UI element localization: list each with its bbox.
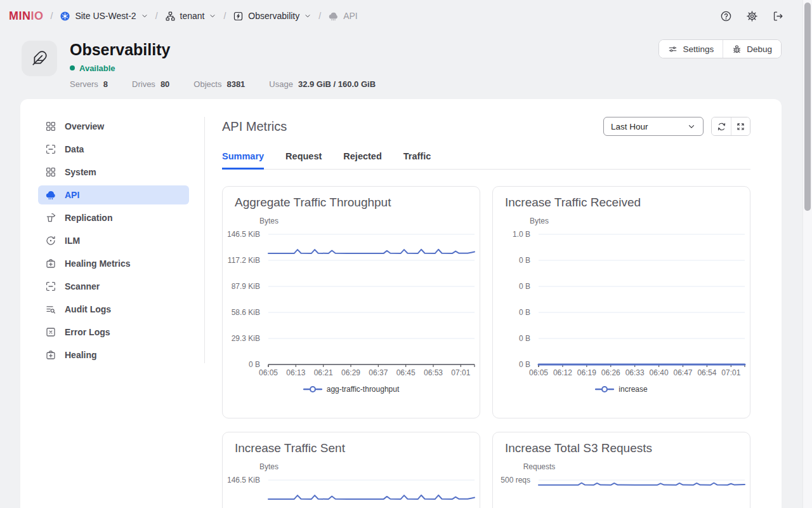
y-axis-unit-label: Bytes xyxy=(259,462,278,471)
grid-icon xyxy=(45,166,56,178)
sidebar-item-audit-logs[interactable]: Audit Logs xyxy=(38,300,189,319)
sidebar-item-healing[interactable]: Healing xyxy=(38,345,189,364)
sidebar-nav: OverviewDataSystemAPIReplicationILMHeali… xyxy=(20,99,204,508)
sidebar-item-api[interactable]: API xyxy=(38,185,189,204)
x-tick-label: 07:01 xyxy=(451,368,470,377)
chart-legend[interactable]: agg-traffic-throughput xyxy=(223,385,480,394)
series-line-increase-s3-requests xyxy=(539,483,745,485)
breadcrumb: /Site US-West-2/tenant/Observability/API xyxy=(44,11,358,22)
chart-card: Increase Traffic SentBytes146.5 KiB xyxy=(222,432,480,508)
legend-label: agg-traffic-throughput xyxy=(327,385,400,394)
y-tick-label: 0 B xyxy=(519,360,530,369)
chart-plot: Requests500 reqs xyxy=(498,457,747,508)
y-tick-label: 58.6 KiB xyxy=(232,308,260,317)
sidebar-item-scanner[interactable]: Scanner xyxy=(38,277,189,296)
chart-title: Increase Total S3 Requests xyxy=(505,441,750,455)
stat-label: Servers xyxy=(70,79,98,89)
sidebar-item-label: Error Logs xyxy=(65,327,110,337)
tab-summary[interactable]: Summary xyxy=(222,151,264,170)
sidebar-item-error-logs[interactable]: Error Logs xyxy=(38,323,189,342)
y-axis-unit-label: Requests xyxy=(523,462,556,471)
breadcrumb-label: API xyxy=(343,11,358,21)
cloud-icon xyxy=(45,189,56,201)
x-tick-label: 06:05 xyxy=(529,368,548,377)
page-scrollbar xyxy=(802,0,812,508)
y-tick-label: 0 B xyxy=(249,360,260,369)
cluster-stats: Servers8Drives80Objects8381Usage32.9 GiB… xyxy=(70,79,376,89)
observability-icon xyxy=(233,11,244,22)
legend-marker-icon xyxy=(303,385,322,393)
x-tick-label: 06:29 xyxy=(341,368,360,377)
tab-rejected[interactable]: Rejected xyxy=(343,151,381,170)
stat-usage: Usage32.9 GiB / 160.0 GiB xyxy=(269,79,376,89)
breadcrumb-item-site-us-west-2[interactable]: Site US-West-2 xyxy=(60,11,148,22)
scrollbar-thumb[interactable] xyxy=(804,3,811,211)
breadcrumb-label: Observability xyxy=(248,11,299,21)
breadcrumb-separator: / xyxy=(155,11,158,21)
sidebar-item-label: API xyxy=(65,190,79,200)
status-dot-icon xyxy=(70,65,75,70)
sidebar-item-healing-metrics[interactable]: Healing Metrics xyxy=(38,254,189,273)
page-title: Observability xyxy=(70,41,376,59)
scan-icon xyxy=(45,281,56,292)
refresh-button[interactable] xyxy=(712,117,731,135)
scan-icon xyxy=(45,144,56,155)
status-label: Available xyxy=(79,64,115,73)
content-area: API Metrics Last Hour SummaryRequestReje… xyxy=(205,99,782,508)
breadcrumb-item-api: API xyxy=(328,11,358,22)
stat-objects: Objects8381 xyxy=(193,79,245,89)
chart-legend[interactable]: increase xyxy=(493,385,750,394)
debug-button[interactable]: Debug xyxy=(723,40,781,58)
stat-value: 8 xyxy=(103,79,108,89)
tab-traffic[interactable]: Traffic xyxy=(403,151,431,170)
chart-plot: Bytes146.5 KiB117.2 KiB87.9 KiB58.6 KiB2… xyxy=(228,211,477,384)
sidebar-item-ilm[interactable]: ILM xyxy=(38,231,189,250)
x-tick-label: 06:47 xyxy=(673,368,692,377)
button-label: Debug xyxy=(747,44,772,54)
x-tick-label: 06:54 xyxy=(697,368,716,377)
chart-card: Increase Total S3 RequestsRequests500 re… xyxy=(492,432,750,508)
y-tick-label: 1.0 B xyxy=(513,230,530,239)
sidebar-item-label: Audit Logs xyxy=(65,304,111,314)
minio-logo[interactable]: MINIO xyxy=(9,10,44,23)
bug-icon xyxy=(732,44,742,54)
chart-action-group xyxy=(711,117,750,136)
page-header: Observability Available Servers8Drives80… xyxy=(0,32,812,89)
y-tick-label: 117.2 KiB xyxy=(228,256,260,265)
y-tick-label: 500 reqs xyxy=(501,476,530,485)
time-range-select[interactable]: Last Hour xyxy=(603,117,704,136)
sidebar-item-replication[interactable]: Replication xyxy=(38,208,189,227)
y-axis-unit-label: Bytes xyxy=(259,217,278,225)
tab-request[interactable]: Request xyxy=(285,151,322,170)
gear-icon[interactable] xyxy=(746,10,758,22)
stat-label: Usage xyxy=(269,79,293,89)
breadcrumb-item-tenant[interactable]: tenant xyxy=(165,11,217,22)
y-axis-unit-label: Bytes xyxy=(530,217,549,225)
stat-drives: Drives80 xyxy=(132,79,169,89)
viewport: MINIO /Site US-West-2/tenant/Observabili… xyxy=(0,0,812,508)
stat-value: 32.9 GiB / 160.0 GiB xyxy=(298,79,376,89)
sidebar-item-label: ILM xyxy=(65,236,80,246)
expand-button[interactable] xyxy=(731,117,750,135)
y-tick-label: 87.9 KiB xyxy=(232,282,260,291)
help-icon[interactable] xyxy=(720,10,732,22)
chart-title: Increase Traffic Sent xyxy=(235,441,480,455)
top-navigation: MINIO /Site US-West-2/tenant/Observabili… xyxy=(0,0,812,32)
header-button-group: SettingsDebug xyxy=(658,39,782,58)
stat-value: 8381 xyxy=(226,79,245,89)
kubernetes-icon xyxy=(60,11,70,22)
breadcrumb-item-observability[interactable]: Observability xyxy=(233,11,311,22)
header-body: Observability Available Servers8Drives80… xyxy=(70,41,376,89)
series-line-increase-sent xyxy=(268,495,475,499)
chart-title: Aggregate Traffic Throughput xyxy=(235,196,480,210)
sidebar-item-overview[interactable]: Overview xyxy=(38,117,189,136)
cycle-icon xyxy=(45,235,56,246)
settings-button[interactable]: Settings xyxy=(659,40,723,58)
feather-icon xyxy=(22,41,57,76)
sidebar-item-data[interactable]: Data xyxy=(38,140,189,159)
logout-icon[interactable] xyxy=(772,10,784,22)
status-badge: Available xyxy=(70,64,376,73)
chart-card: Increase Traffic ReceivedBytes1.0 B0 B0 … xyxy=(492,186,750,418)
cloud-icon xyxy=(328,11,339,22)
sidebar-item-system[interactable]: System xyxy=(38,163,189,182)
